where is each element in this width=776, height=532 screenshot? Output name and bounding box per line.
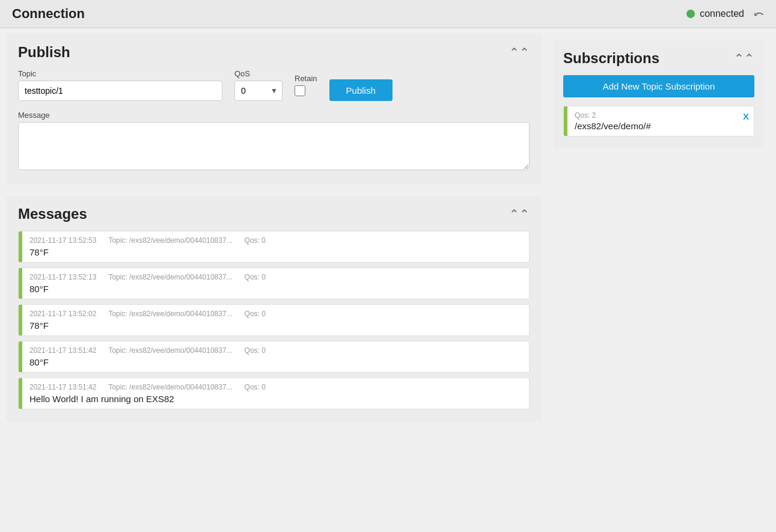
subscription-close-button[interactable]: X — [743, 111, 749, 121]
topic-field-group: Topic — [18, 69, 222, 101]
subscriptions-title: Subscriptions — [563, 50, 659, 67]
message-item: 2021-11-17 13:52:53 Topic: /exs82/vee/de… — [18, 231, 530, 263]
qos-label: QoS — [234, 69, 283, 78]
publish-collapse-icon[interactable]: ⌃⌃ — [509, 45, 530, 60]
subscription-topic: /exs82/vee/demo/# — [575, 121, 737, 131]
publish-button-group: Publish — [329, 79, 393, 101]
publish-button[interactable]: Publish — [329, 79, 393, 101]
messages-section-header: Messages ⌃⌃ — [18, 206, 530, 222]
message-body: 78°F — [29, 247, 522, 257]
message-field-group: Message — [18, 111, 530, 172]
retain-label: Retain — [295, 74, 317, 83]
topic-input[interactable] — [18, 81, 222, 101]
subscription-item: Qos: 2 /exs82/vee/demo/# X — [563, 106, 754, 136]
messages-title: Messages — [18, 206, 87, 222]
subscription-content: Qos: 2 /exs82/vee/demo/# — [567, 106, 754, 136]
message-meta: 2021-11-17 13:52:02 Topic: /exs82/vee/de… — [29, 310, 522, 318]
message-body: 80°F — [29, 357, 522, 367]
message-topic: Topic: /exs82/vee/demo/0044010837... — [108, 236, 232, 245]
message-meta: 2021-11-17 13:51:42 Topic: /exs82/vee/de… — [29, 346, 522, 355]
qos-field-group: QoS 0 1 2 ▼ — [234, 69, 283, 101]
message-item: 2021-11-17 13:52:02 Topic: /exs82/vee/de… — [18, 304, 530, 336]
message-timestamp: 2021-11-17 13:52:53 — [29, 236, 96, 245]
topic-label: Topic — [18, 69, 222, 78]
main-layout: Publish ⌃⌃ Topic QoS 0 1 2 ▼ — [0, 28, 776, 427]
connection-status: connected — [686, 8, 744, 19]
message-qos: Qos: 0 — [245, 236, 266, 245]
message-meta: 2021-11-17 13:52:13 Topic: /exs82/vee/de… — [29, 273, 522, 281]
message-content: 2021-11-17 13:51:42 Topic: /exs82/vee/de… — [22, 378, 529, 409]
message-timestamp: 2021-11-17 13:51:42 — [29, 383, 96, 391]
message-item: 2021-11-17 13:51:42 Topic: /exs82/vee/de… — [18, 378, 530, 409]
subscription-list: Qos: 2 /exs82/vee/demo/# X — [563, 106, 754, 136]
qos-select[interactable]: 0 1 2 — [234, 81, 283, 101]
message-body: 78°F — [29, 320, 522, 331]
message-timestamp: 2021-11-17 13:51:42 — [29, 346, 96, 355]
message-qos: Qos: 0 — [245, 273, 266, 281]
message-topic: Topic: /exs82/vee/demo/0044010837... — [108, 346, 232, 355]
subscriptions-section: Subscriptions ⌃⌃ Add New Topic Subscript… — [554, 40, 764, 148]
qos-select-wrapper: 0 1 2 ▼ — [234, 81, 283, 101]
message-topic: Topic: /exs82/vee/demo/0044010837... — [108, 273, 232, 281]
collapse-topbar-icon[interactable]: ⤺ — [754, 8, 764, 20]
message-list: 2021-11-17 13:52:53 Topic: /exs82/vee/de… — [18, 231, 530, 409]
message-topic: Topic: /exs82/vee/demo/0044010837... — [108, 383, 232, 391]
publish-section-header: Publish ⌃⌃ — [18, 44, 530, 61]
add-subscription-button[interactable]: Add New Topic Subscription — [563, 75, 754, 97]
message-body: Hello World! I am running on EXS82 — [29, 394, 522, 404]
top-bar: Connection connected ⤺ — [0, 0, 776, 28]
left-column: Publish ⌃⌃ Topic QoS 0 1 2 ▼ — [0, 28, 548, 427]
right-column: Subscriptions ⌃⌃ Add New Topic Subscript… — [548, 28, 776, 161]
message-body: 80°F — [29, 284, 522, 294]
status-dot-icon — [686, 10, 695, 18]
message-textarea[interactable] — [18, 122, 530, 170]
message-meta: 2021-11-17 13:52:53 Topic: /exs82/vee/de… — [29, 236, 522, 245]
retain-field-group: Retain — [295, 74, 317, 101]
messages-section: Messages ⌃⌃ 2021-11-17 13:52:53 Topic: /… — [6, 196, 542, 421]
message-timestamp: 2021-11-17 13:52:02 — [29, 310, 96, 318]
message-item: 2021-11-17 13:51:42 Topic: /exs82/vee/de… — [18, 341, 530, 373]
message-qos: Qos: 0 — [245, 310, 266, 318]
messages-collapse-icon[interactable]: ⌃⌃ — [509, 207, 530, 221]
message-content: 2021-11-17 13:52:02 Topic: /exs82/vee/de… — [22, 305, 529, 335]
publish-section: Publish ⌃⌃ Topic QoS 0 1 2 ▼ — [6, 34, 542, 184]
message-meta: 2021-11-17 13:51:42 Topic: /exs82/vee/de… — [29, 383, 522, 391]
message-timestamp: 2021-11-17 13:52:13 — [29, 273, 96, 281]
message-label: Message — [18, 111, 530, 120]
connection-title: Connection — [12, 6, 85, 22]
subscriptions-section-header: Subscriptions ⌃⌃ — [563, 50, 754, 67]
subscriptions-collapse-icon[interactable]: ⌃⌃ — [734, 51, 754, 66]
message-qos: Qos: 0 — [245, 346, 266, 355]
retain-checkbox-wrapper — [295, 85, 317, 101]
message-item: 2021-11-17 13:52:13 Topic: /exs82/vee/de… — [18, 268, 530, 299]
message-content: 2021-11-17 13:51:42 Topic: /exs82/vee/de… — [22, 341, 529, 372]
publish-fields: Topic QoS 0 1 2 ▼ Retain — [18, 69, 530, 101]
retain-checkbox[interactable] — [295, 85, 305, 96]
subscription-qos: Qos: 2 — [575, 111, 737, 120]
message-content: 2021-11-17 13:52:13 Topic: /exs82/vee/de… — [22, 268, 529, 299]
status-label: connected — [700, 8, 744, 19]
top-bar-right: connected ⤺ — [686, 8, 764, 20]
publish-title: Publish — [18, 44, 70, 61]
message-content: 2021-11-17 13:52:53 Topic: /exs82/vee/de… — [22, 231, 529, 262]
message-qos: Qos: 0 — [245, 383, 266, 391]
message-topic: Topic: /exs82/vee/demo/0044010837... — [108, 310, 232, 318]
